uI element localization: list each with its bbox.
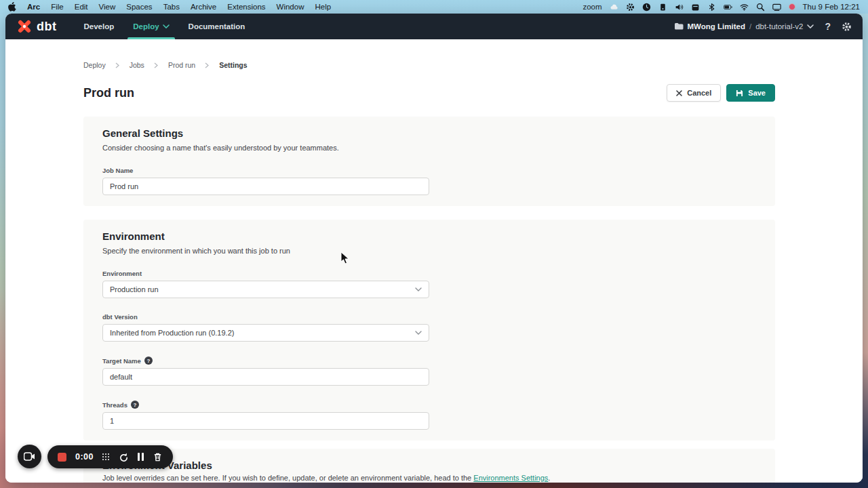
close-icon [676,90,682,96]
threads-label-text: Threads [102,401,127,409]
environment-select-value: Production run [110,285,415,293]
environment-heading: Environment [102,230,756,242]
chevron-down-icon [163,24,170,28]
help-icon[interactable]: ? [825,21,831,32]
cancel-button[interactable]: Cancel [667,84,721,102]
dbt-logo[interactable]: dbt [16,18,56,35]
volume-icon[interactable] [675,3,684,12]
job-name-label: Job Name [102,167,756,174]
general-settings-heading: General Settings [102,127,756,139]
video-camera-icon [24,452,35,461]
breadcrumb: Deploy Jobs Prod run Settings [83,61,775,69]
environment-select[interactable]: Production run [102,281,429,298]
wifi-icon[interactable] [740,3,749,12]
pause-recording-icon[interactable] [138,453,144,461]
breadcrumb-deploy[interactable]: Deploy [83,61,106,69]
chevron-down-icon [807,24,814,28]
display-mirror-icon[interactable] [772,3,781,12]
threads-input[interactable] [102,412,429,430]
search-icon[interactable] [756,3,765,12]
dbt-version-select-value: Inherited from Production run (0.19.2) [110,329,415,337]
account-separator: / [749,22,751,30]
menubar-item-spaces[interactable]: Spaces [126,3,152,11]
breadcrumb-separator-icon [115,62,120,68]
general-settings-card: General Settings Consider choosing a nam… [83,117,775,206]
dbt-logo-text: dbt [37,20,56,34]
page-title: Prod run [83,86,134,100]
recording-timer: 0:00 [75,452,94,462]
help-tooltip-icon[interactable]: ? [144,357,153,365]
menubar-item-window[interactable]: Window [277,3,304,11]
save-button[interactable]: Save [726,84,775,102]
stop-recording-button[interactable] [58,453,66,462]
account-name: MWong Limited [688,22,745,30]
env-vars-desc-prefix: Job level overrides can be set here. If … [102,474,473,482]
breadcrumb-separator-icon [205,62,210,68]
dbt-app-header: dbt Develop Deploy Documentation MWong L… [5,14,863,39]
breadcrumb-prod-run[interactable]: Prod run [168,61,195,69]
apple-menu-icon[interactable] [8,2,16,12]
save-button-label: Save [748,89,766,97]
environment-select-label: Environment [102,270,756,277]
app-box-icon[interactable] [658,3,667,12]
breadcrumb-settings: Settings [219,61,247,69]
recording-toolbar: 0:00 [47,445,173,468]
target-name-label: Target Name ? [102,357,756,365]
drag-handle-icon[interactable] [102,453,110,461]
nav-deploy-label: Deploy [133,22,159,30]
account-project-switcher[interactable]: MWong Limited / dbt-tutorial-v2 [674,22,814,30]
environments-settings-link[interactable]: Environments Settings [473,474,548,482]
trash-icon[interactable] [153,452,163,462]
menubar-item-archive[interactable]: Archive [191,3,216,11]
battery-icon[interactable] [724,3,732,12]
breadcrumb-separator-icon [154,62,159,68]
env-vars-desc-suffix: . [548,474,550,482]
settings-gear-icon[interactable] [626,3,635,12]
nav-documentation-label: Documentation [189,22,245,30]
dbt-logo-icon [16,18,33,35]
nav-deploy[interactable]: Deploy [123,14,178,39]
clock-icon[interactable] [642,3,651,12]
zoom-app-label[interactable]: zoom [583,3,601,11]
environment-description: Specify the environment in which you wan… [102,247,756,255]
gear-icon[interactable] [842,22,852,32]
nav-develop[interactable]: Develop [74,14,123,39]
menubar-item-extensions[interactable]: Extensions [227,3,265,11]
dbt-version-select[interactable]: Inherited from Production run (0.19.2) [102,324,429,342]
dbt-version-label: dbt Version [102,313,756,321]
project-name: dbt-tutorial-v2 [755,22,803,30]
menubar-item-view[interactable]: View [99,3,116,11]
environment-card: Environment Specify the environment in w… [83,220,775,441]
menubar-item-help[interactable]: Help [315,3,331,11]
menubar-item-arc[interactable]: Arc [27,3,40,11]
browser-window: dbt Develop Deploy Documentation MWong L… [5,14,863,483]
cancel-button-label: Cancel [687,89,711,97]
environment-variables-card: Environment Variables Job level override… [83,449,775,483]
calendar-icon[interactable] [691,3,700,12]
nav-documentation[interactable]: Documentation [179,14,255,39]
app-nav: Develop Deploy Documentation [74,14,254,39]
job-name-input[interactable] [102,178,429,195]
folder-icon [674,22,684,30]
help-tooltip-icon[interactable]: ? [131,401,139,409]
restart-recording-icon[interactable] [119,452,129,462]
environment-variables-description: Job level overrides can be set here. If … [102,474,756,482]
threads-label: Threads ? [102,401,756,409]
page-content: Deploy Jobs Prod run Settings Prod run C… [5,39,863,483]
menubar-item-edit[interactable]: Edit [75,3,88,11]
nav-develop-label: Develop [83,22,114,30]
macos-menubar: Arc File Edit View Spaces Tabs Archive E… [0,0,868,14]
target-name-label-text: Target Name [102,357,141,365]
cloud-icon[interactable] [610,3,618,12]
menubar-clock[interactable]: Thu 9 Feb 12:21 [803,3,860,11]
bluetooth-icon[interactable] [707,3,716,12]
menubar-item-file[interactable]: File [51,3,64,11]
record-status-icon[interactable] [789,3,795,10]
target-name-input[interactable] [102,368,429,386]
breadcrumb-jobs[interactable]: Jobs [130,61,144,69]
menubar-item-tabs[interactable]: Tabs [163,3,180,11]
general-settings-description: Consider choosing a name that's easily u… [102,144,756,152]
chevron-down-icon [415,287,422,291]
camera-bubble-button[interactable] [18,445,41,468]
chevron-down-icon [415,331,422,335]
